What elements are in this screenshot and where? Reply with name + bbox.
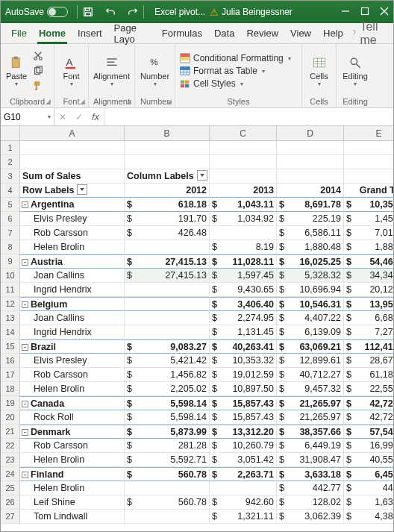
- launcher-icon[interactable]: ◢: [126, 98, 131, 105]
- cell[interactable]: -Finland: [20, 467, 125, 481]
- cell[interactable]: Helen Brolin: [20, 382, 125, 396]
- cell[interactable]: 10,897.50: [210, 382, 277, 396]
- row-header[interactable]: 13: [1, 311, 20, 325]
- cell[interactable]: 1,451.81: [344, 212, 393, 226]
- cell[interactable]: 40,263.41: [210, 339, 277, 354]
- cell[interactable]: 16,025.25: [277, 254, 344, 269]
- cell[interactable]: 3,062.39: [277, 510, 344, 524]
- cell[interactable]: 28,674.36: [344, 354, 393, 368]
- cell[interactable]: Tom Lindwall: [20, 510, 125, 524]
- select-all-corner[interactable]: [1, 126, 20, 141]
- row-header[interactable]: 16: [1, 354, 20, 368]
- cell[interactable]: 5,873.99: [125, 425, 210, 439]
- cell[interactable]: -Argentina: [20, 198, 125, 212]
- cell[interactable]: 2014: [277, 184, 344, 198]
- filter-dropdown-icon[interactable]: [77, 184, 87, 195]
- row-header[interactable]: 11: [1, 283, 20, 297]
- cell[interactable]: [277, 141, 344, 155]
- cell[interactable]: 5,592.71: [125, 453, 210, 467]
- cell[interactable]: 6,586.11: [277, 226, 344, 240]
- cell[interactable]: 1,888.67: [344, 240, 393, 254]
- cell[interactable]: 54,468.49: [344, 254, 393, 269]
- cell[interactable]: -Brazil: [20, 339, 125, 354]
- cell[interactable]: Column Labels: [125, 169, 210, 184]
- cell[interactable]: 4,407.22: [277, 311, 344, 325]
- cell[interactable]: Grand Total: [344, 184, 393, 198]
- row-header[interactable]: 3: [1, 169, 20, 184]
- cell[interactable]: 57,543.85: [344, 425, 393, 439]
- tab-view[interactable]: View: [284, 23, 317, 44]
- tab-home[interactable]: Home: [33, 23, 72, 44]
- cell[interactable]: [344, 169, 393, 184]
- cell[interactable]: 6,457.66: [344, 467, 393, 481]
- paste-button[interactable]: Paste ▾: [4, 48, 29, 94]
- col-header-C[interactable]: C: [210, 126, 277, 141]
- tab-insert[interactable]: Insert: [72, 23, 108, 44]
- row-header[interactable]: 6: [1, 212, 20, 226]
- name-box-input[interactable]: [4, 112, 40, 122]
- cell[interactable]: 13,952.71: [344, 297, 393, 311]
- cell[interactable]: 11,028.11: [210, 254, 277, 269]
- number-button[interactable]: % Number▾: [138, 48, 172, 94]
- cell[interactable]: 61,181.68: [344, 368, 393, 382]
- collapse-icon[interactable]: -: [22, 201, 28, 208]
- cell[interactable]: 942.60: [210, 495, 277, 510]
- cell[interactable]: 618.18: [125, 198, 210, 212]
- filter-dropdown-icon[interactable]: [197, 170, 207, 181]
- collapse-icon[interactable]: -: [22, 344, 28, 351]
- autosave-toggle[interactable]: AutoSave: [5, 7, 68, 17]
- cell[interactable]: 1,631.40: [344, 495, 393, 510]
- cell[interactable]: 225.19: [277, 212, 344, 226]
- cell[interactable]: 34,340.90: [344, 269, 393, 283]
- cell[interactable]: Rock Roll: [20, 410, 125, 425]
- cell[interactable]: Leif Shine: [20, 495, 125, 510]
- cell[interactable]: 13,312.20: [210, 425, 277, 439]
- cell[interactable]: 31,908.47: [277, 453, 344, 467]
- cell[interactable]: 42,721.55: [344, 396, 393, 410]
- cell[interactable]: [125, 311, 210, 325]
- cell[interactable]: 10,260.79: [210, 439, 277, 453]
- undo-icon[interactable]: [103, 5, 118, 19]
- cell[interactable]: 8,691.78: [277, 198, 344, 212]
- cell[interactable]: 38,357.66: [277, 425, 344, 439]
- cell-styles-button[interactable]: Cell Styles▾: [178, 78, 293, 90]
- cells-button[interactable]: Cells▾: [305, 48, 333, 94]
- tab-help[interactable]: Help: [317, 23, 349, 44]
- cancel-formula-icon[interactable]: ✕: [54, 112, 71, 122]
- save-icon[interactable]: [81, 5, 96, 19]
- collapse-icon[interactable]: -: [22, 401, 28, 407]
- cell[interactable]: 40,712.27: [277, 368, 344, 382]
- cell[interactable]: 191.70: [125, 212, 210, 226]
- launcher-icon[interactable]: ◢: [46, 98, 51, 105]
- cell[interactable]: 3,633.18: [277, 467, 344, 481]
- cell[interactable]: 21,265.97: [277, 410, 344, 425]
- cell[interactable]: [344, 141, 393, 155]
- cell[interactable]: [210, 481, 277, 495]
- cell[interactable]: 6,449.19: [277, 439, 344, 453]
- cell[interactable]: 9,430.65: [210, 283, 277, 297]
- cell[interactable]: 5,598.14: [125, 410, 210, 425]
- row-header[interactable]: 14: [1, 325, 20, 339]
- row-header[interactable]: 26: [1, 495, 20, 510]
- cell[interactable]: -Austria: [20, 254, 125, 269]
- cell[interactable]: Elvis Presley: [20, 212, 125, 226]
- cell[interactable]: 9,457.32: [277, 382, 344, 396]
- cell[interactable]: 442.77: [344, 481, 393, 495]
- launcher-icon[interactable]: ◢: [166, 98, 172, 105]
- cell[interactable]: 6,682.17: [344, 311, 393, 325]
- cell[interactable]: -Canada: [20, 396, 125, 410]
- cell[interactable]: 7,270.54: [344, 325, 393, 339]
- cell[interactable]: [125, 240, 210, 254]
- collapse-icon[interactable]: -: [22, 472, 28, 478]
- row-header[interactable]: 25: [1, 481, 20, 495]
- cell[interactable]: [125, 325, 210, 339]
- editing-button[interactable]: Editing▾: [340, 48, 371, 94]
- cell[interactable]: 560.78: [125, 467, 210, 481]
- format-painter-icon[interactable]: [31, 79, 46, 93]
- row-header[interactable]: 22: [1, 439, 20, 453]
- tab-formulas[interactable]: Formulas: [156, 23, 208, 44]
- tab-data[interactable]: Data: [208, 23, 240, 44]
- cell[interactable]: 10,353.07: [344, 198, 393, 212]
- redo-icon[interactable]: [125, 5, 140, 19]
- col-header-D[interactable]: D: [277, 126, 344, 141]
